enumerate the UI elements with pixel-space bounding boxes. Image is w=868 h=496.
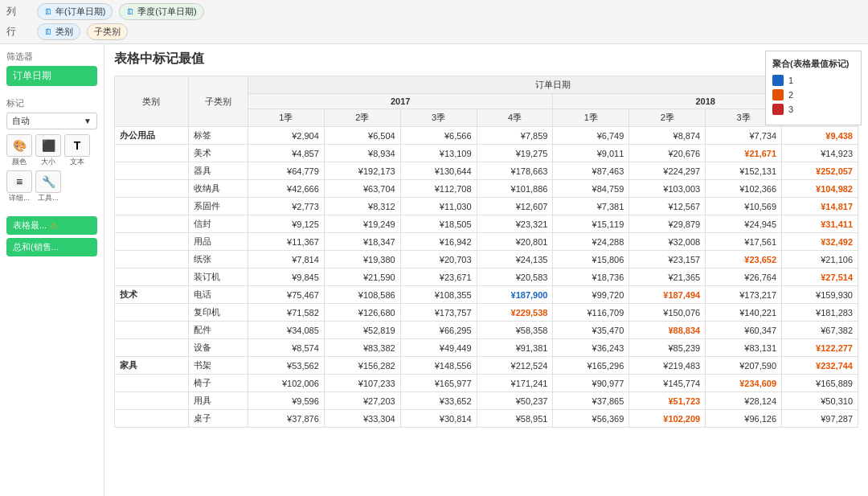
th-category: 类别 [115, 76, 189, 127]
cell-value: ¥30,814 [400, 410, 477, 428]
cell-value: ¥28,124 [706, 392, 782, 410]
cell-category [115, 322, 189, 339]
mark-auto-dropdown[interactable]: 自动 ▼ [6, 113, 97, 129]
detail-icon-group: ≡ 详细... [6, 170, 32, 203]
data-table: 类别 子类别 订单日期 2017 2018 1季2季3季4季1季2季3季4季 办… [114, 76, 858, 428]
cell-subcategory: 器具 [188, 162, 248, 180]
cell-value: ¥19,380 [324, 251, 400, 268]
table-row: 装订机¥9,845¥21,590¥23,671¥20,583¥18,736¥21… [115, 268, 858, 286]
table-row: 桌子¥37,876¥33,304¥30,814¥58,951¥56,369¥10… [115, 410, 858, 428]
mark-section-title: 标记 [6, 97, 97, 109]
cell-value: ¥14,817 [782, 198, 858, 215]
cell-value: ¥27,514 [782, 268, 858, 286]
cell-value: ¥23,671 [400, 268, 477, 286]
legend-item-1: 1 [772, 75, 854, 86]
cell-value: ¥19,275 [477, 145, 553, 162]
th-quarter: 2季 [324, 109, 400, 127]
cell-value: ¥14,923 [782, 145, 858, 162]
cell-value: ¥156,282 [324, 357, 400, 375]
cell-value: ¥122,277 [782, 339, 858, 357]
cell-value: ¥159,930 [782, 286, 858, 304]
cell-subcategory: 复印机 [188, 304, 248, 322]
dropdown-arrow-icon: ▼ [84, 117, 92, 125]
filter-button[interactable]: 订单日期 [6, 66, 97, 86]
legend-color-1 [772, 75, 784, 86]
cell-value: ¥234,609 [706, 375, 782, 392]
text-button[interactable]: T [64, 134, 90, 157]
cell-value: ¥12,607 [477, 198, 553, 215]
cell-value: ¥9,438 [782, 127, 858, 145]
color-button[interactable]: 🎨 [6, 134, 32, 157]
table-row: 设备¥8,574¥83,382¥49,449¥91,381¥36,243¥85,… [115, 339, 858, 357]
color-icon-group: 🎨 颜色 [6, 134, 32, 167]
cell-category [115, 410, 189, 428]
subcategory-tag[interactable]: 子类别 [87, 23, 128, 40]
cell-category [115, 268, 189, 286]
cell-subcategory: 纸张 [188, 251, 248, 268]
cell-value: ¥53,562 [248, 357, 324, 375]
table-row: 用品¥11,367¥18,347¥16,942¥20,801¥24,288¥32… [115, 233, 858, 251]
cell-value: ¥252,057 [782, 162, 858, 180]
cell-category: 家具 [115, 357, 189, 375]
cell-value: ¥126,680 [324, 304, 400, 322]
cell-value: ¥107,233 [324, 375, 400, 392]
category-tag[interactable]: 🗓 类别 [37, 23, 80, 40]
detail-button[interactable]: ≡ [6, 170, 32, 193]
cell-subcategory: 用品 [188, 233, 248, 251]
year-tag[interactable]: 🗓 年(订单日期) [37, 3, 113, 20]
tool-button[interactable]: 🔧 [35, 170, 61, 193]
cell-value: ¥67,382 [782, 322, 858, 339]
table-row: 信封¥9,125¥19,249¥18,505¥23,321¥15,119¥29,… [115, 215, 858, 233]
cell-value: ¥165,296 [553, 357, 629, 375]
total-sales-button[interactable]: 总和(销售... [6, 238, 97, 256]
cell-value: ¥18,347 [324, 233, 400, 251]
cell-category [115, 198, 189, 215]
main-layout: 筛选器 订单日期 标记 自动 ▼ 🎨 颜色 ⬛ 大小 T 文本 [0, 44, 868, 496]
cell-value: ¥58,358 [477, 322, 553, 339]
table-max-button[interactable]: 表格最... ⚠ [6, 216, 97, 235]
cell-value: ¥150,076 [629, 304, 706, 322]
top-bar: 列 🗓 年(订单日期) 🗓 季度(订单日期) 行 🗓 类别 子类别 [0, 0, 868, 44]
cell-value: ¥51,723 [629, 392, 706, 410]
cell-category [115, 392, 189, 410]
cell-value: ¥7,859 [477, 127, 553, 145]
cell-value: ¥108,355 [400, 286, 477, 304]
cell-value: ¥130,644 [400, 162, 477, 180]
cell-value: ¥16,942 [400, 233, 477, 251]
table-row: 椅子¥102,006¥107,233¥165,977¥171,241¥90,97… [115, 375, 858, 392]
cell-value: ¥35,470 [553, 322, 629, 339]
cell-value: ¥83,131 [706, 339, 782, 357]
calendar-icon2: 🗓 [126, 7, 134, 16]
cell-value: ¥178,663 [477, 162, 553, 180]
col-row: 列 🗓 年(订单日期) 🗓 季度(订单日期) [6, 3, 862, 20]
cell-value: ¥116,709 [553, 304, 629, 322]
cell-value: ¥83,382 [324, 339, 400, 357]
cell-value: ¥112,708 [400, 180, 477, 198]
th-quarter: 2季 [629, 109, 706, 127]
quarter-tag[interactable]: 🗓 季度(订单日期) [119, 3, 203, 20]
cell-value: ¥212,524 [477, 357, 553, 375]
cell-value: ¥32,492 [782, 233, 858, 251]
cell-value: ¥23,157 [629, 251, 706, 268]
cell-value: ¥12,567 [629, 198, 706, 215]
cell-value: ¥17,561 [706, 233, 782, 251]
cell-value: ¥11,367 [248, 233, 324, 251]
size-button[interactable]: ⬛ [35, 134, 61, 157]
cell-value: ¥145,774 [629, 375, 706, 392]
cell-value: ¥9,011 [553, 145, 629, 162]
cell-value: ¥11,030 [400, 198, 477, 215]
content-area: 表格中标记最值 聚合(表格最值标记) 1 2 3 类别 子类别 [104, 44, 868, 496]
cell-value: ¥56,369 [553, 410, 629, 428]
cell-value: ¥2,904 [248, 127, 324, 145]
legend-label-3: 3 [788, 105, 793, 114]
text-label: 文本 [70, 157, 84, 167]
cell-subcategory: 书架 [188, 357, 248, 375]
cell-value: ¥84,759 [553, 180, 629, 198]
cell-subcategory: 信封 [188, 215, 248, 233]
table-row: 技术电话¥75,467¥108,586¥108,355¥187,900¥99,7… [115, 286, 858, 304]
cell-category [115, 251, 189, 268]
cell-value: ¥26,764 [706, 268, 782, 286]
cell-value: ¥31,411 [782, 215, 858, 233]
legend-item-3: 3 [772, 104, 854, 115]
legend-color-2 [772, 89, 784, 100]
